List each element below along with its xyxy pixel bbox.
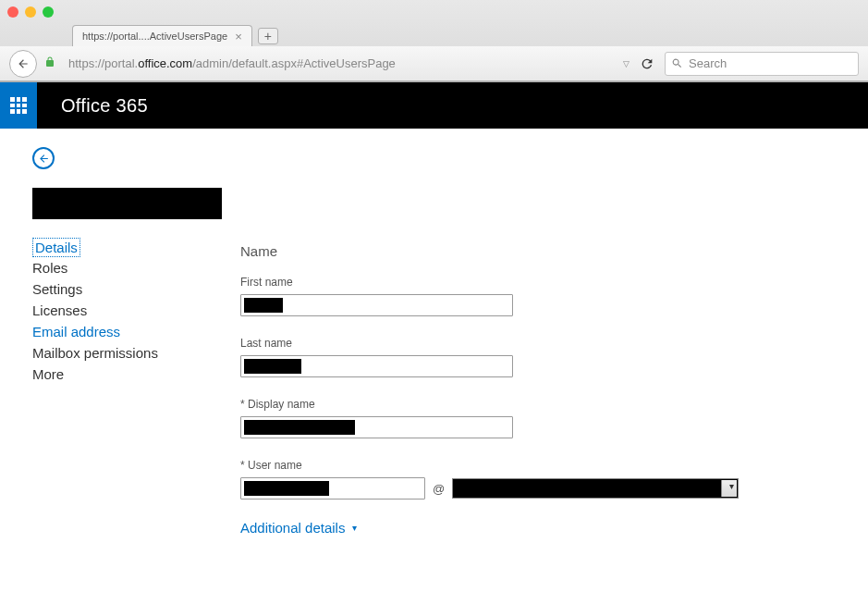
- user-name-label: * User name: [240, 459, 836, 472]
- sidebar-item-settings[interactable]: Settings: [32, 278, 222, 300]
- browser-toolbar: https://portal.office.com/admin/default.…: [0, 46, 868, 81]
- browser-chrome: https://portal....ActiveUsersPage × + ht…: [0, 0, 868, 82]
- url-dropdown-icon[interactable]: ▽: [623, 59, 630, 68]
- display-name-input[interactable]: [240, 416, 513, 438]
- browser-back-button[interactable]: [9, 50, 37, 78]
- window-minimize-button[interactable]: [25, 6, 36, 18]
- last-name-label: Last name: [240, 337, 836, 350]
- domain-select[interactable]: [452, 478, 739, 499]
- form-area: Name First name Last name * Display name: [240, 238, 836, 536]
- app-header: Office 365: [0, 82, 868, 129]
- sidebar-nav: Details Roles Settings Licenses Email ad…: [32, 238, 222, 536]
- url-bar[interactable]: https://portal.office.com/admin/default.…: [63, 52, 616, 76]
- user-name-input[interactable]: [240, 477, 425, 500]
- sidebar-item-mailbox-permissions[interactable]: Mailbox permissions: [32, 342, 222, 364]
- redacted-value: [244, 420, 355, 435]
- browser-search-box[interactable]: Search: [665, 52, 859, 76]
- redacted-value: [244, 298, 283, 313]
- sidebar-item-details[interactable]: Details: [32, 238, 80, 257]
- tab-close-icon[interactable]: ×: [235, 31, 242, 43]
- search-placeholder: Search: [689, 56, 727, 70]
- additional-details-label: Additional details: [240, 520, 345, 536]
- window-maximize-button[interactable]: [43, 6, 54, 18]
- sidebar-item-email-address[interactable]: Email address: [32, 321, 222, 342]
- reload-button[interactable]: [637, 54, 657, 74]
- window-close-button[interactable]: [7, 6, 18, 18]
- search-icon: [671, 57, 683, 69]
- window-title-bar: [0, 0, 868, 24]
- reload-icon: [640, 56, 654, 71]
- caret-down-icon: ▾: [352, 523, 357, 533]
- browser-tabs: https://portal....ActiveUsersPage × +: [0, 24, 868, 46]
- lock-icon: [44, 56, 55, 71]
- app-title: Office 365: [61, 95, 148, 117]
- first-name-group: First name: [240, 276, 836, 316]
- arrow-left-icon: [38, 153, 50, 165]
- url-text: https://portal.office.com/admin/default.…: [68, 56, 396, 70]
- tab-title: https://portal....ActiveUsersPage: [82, 31, 227, 42]
- first-name-input[interactable]: [240, 294, 513, 316]
- browser-tab-active[interactable]: https://portal....ActiveUsersPage ×: [72, 25, 252, 46]
- at-sign: @: [433, 482, 445, 496]
- sidebar-item-more[interactable]: More: [32, 364, 222, 385]
- arrow-left-icon: [17, 57, 30, 70]
- waffle-icon: [10, 97, 27, 114]
- last-name-group: Last name: [240, 337, 836, 377]
- page-content: Details Roles Settings Licenses Email ad…: [0, 129, 868, 554]
- user-name-group: * User name @: [240, 459, 836, 500]
- page-back-button[interactable]: [32, 147, 55, 169]
- sidebar-item-roles[interactable]: Roles: [32, 257, 222, 278]
- display-name-label: * Display name: [240, 398, 836, 411]
- app-launcher-button[interactable]: [0, 82, 37, 129]
- section-heading-name: Name: [240, 243, 836, 259]
- last-name-input[interactable]: [240, 355, 513, 377]
- redacted-value: [244, 359, 301, 374]
- sidebar-item-licenses[interactable]: Licenses: [32, 300, 222, 321]
- new-tab-button[interactable]: +: [258, 28, 278, 44]
- additional-details-toggle[interactable]: Additional details ▾: [240, 520, 836, 536]
- redacted-value: [244, 481, 329, 496]
- user-name-heading-redacted: [32, 188, 222, 219]
- display-name-group: * Display name: [240, 398, 836, 438]
- first-name-label: First name: [240, 276, 836, 289]
